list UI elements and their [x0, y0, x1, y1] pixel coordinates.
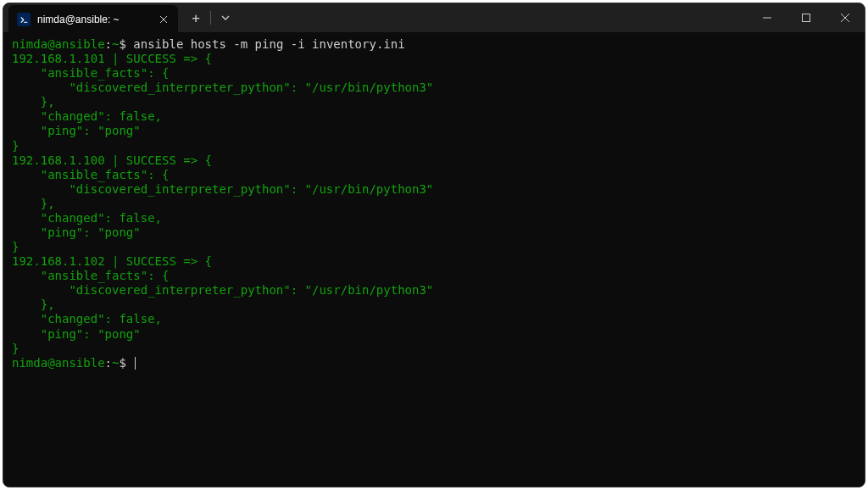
tab-close-button[interactable]: [156, 12, 171, 27]
terminal-content[interactable]: nimda@ansible:~$ ansible hosts -m ping -…: [3, 32, 865, 487]
close-button[interactable]: [826, 3, 865, 32]
titlebar-drag-area[interactable]: [238, 3, 748, 32]
maximize-button[interactable]: [787, 3, 826, 32]
divider: [210, 11, 211, 25]
window-controls: [748, 3, 865, 32]
tab-title: nimda@ansible: ~: [37, 14, 120, 25]
terminal-window: nimda@ansible: ~ + nimda@ansible:~$: [3, 3, 865, 487]
cursor: [135, 357, 136, 370]
tab-active[interactable]: nimda@ansible: ~: [8, 5, 178, 34]
tabbar-buttons: +: [178, 3, 238, 32]
minimize-button[interactable]: [748, 3, 787, 32]
svg-rect-0: [803, 14, 810, 22]
new-tab-button[interactable]: +: [183, 5, 209, 31]
titlebar: nimda@ansible: ~ +: [3, 3, 865, 32]
tab-dropdown-button[interactable]: [213, 5, 238, 31]
powershell-icon: [17, 13, 31, 26]
